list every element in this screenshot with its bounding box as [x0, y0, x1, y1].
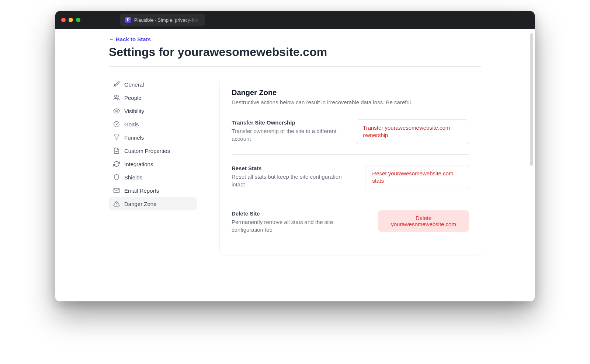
delete-site-row: Delete Site Permanently remove all stats…	[232, 200, 469, 244]
browser-tab[interactable]: P Plausible · Simple, privacy-frien	[120, 14, 205, 26]
sidebar-item-visibility[interactable]: Visibility	[109, 104, 197, 118]
sidebar-item-label: Danger Zone	[124, 201, 157, 207]
delete-site-button[interactable]: Delete yourawesomewebsite.com	[378, 210, 469, 232]
shield-icon	[113, 174, 120, 181]
sidebar-item-label: Visibility	[124, 108, 144, 114]
section-description: Permanently remove all stats and the sit…	[232, 218, 363, 234]
sidebar-item-label: Email Reports	[124, 188, 159, 194]
panel-heading: Danger Zone	[232, 88, 469, 97]
arrow-left-icon: ←	[109, 36, 114, 42]
plausible-favicon: P	[125, 17, 131, 23]
section-description: Reset all stats but keep the site config…	[232, 173, 350, 188]
danger-zone-panel: Danger Zone Destructive actions below ca…	[219, 78, 481, 255]
section-title: Delete Site	[232, 210, 363, 217]
sidebar-item-label: Integrations	[124, 161, 153, 167]
window-controls	[61, 18, 80, 22]
sidebar-item-label: Shields	[124, 174, 142, 181]
sidebar-item-goals[interactable]: Goals	[109, 118, 197, 131]
back-to-stats-link[interactable]: ← Back to Stats	[109, 36, 151, 42]
page-content: ← Back to Stats Settings for yourawesome…	[55, 29, 535, 301]
sidebar-item-label: General	[124, 81, 144, 88]
sidebar-item-label: Funnels	[124, 134, 144, 141]
settings-sidebar: General People Visibility	[109, 78, 197, 255]
check-circle-icon	[113, 121, 120, 127]
section-title: Reset Stats	[232, 165, 350, 171]
section-description: Transfer ownership of the site to a diff…	[232, 127, 341, 143]
sidebar-item-label: Goals	[124, 121, 139, 127]
header-divider	[109, 66, 481, 67]
sidebar-item-danger-zone[interactable]: Danger Zone	[109, 197, 197, 210]
page-title: Settings for yourawesomewebsite.com	[109, 45, 481, 59]
sidebar-item-people[interactable]: People	[109, 91, 197, 104]
sidebar-item-email-reports[interactable]: Email Reports	[109, 184, 197, 197]
document-icon	[113, 147, 120, 154]
reset-stats-row: Reset Stats Reset all stats but keep the…	[232, 154, 469, 200]
transfer-ownership-button[interactable]: Transfer yourawesomewebsite.com ownershi…	[356, 119, 469, 144]
sidebar-item-label: Custom Properties	[124, 148, 170, 154]
svg-point-1	[116, 110, 118, 112]
panel-subtitle: Destructive actions below can result in …	[232, 99, 469, 105]
app-window: P Plausible · Simple, privacy-frien ← Ba…	[55, 11, 535, 301]
svg-point-0	[115, 95, 117, 97]
warning-icon	[113, 200, 120, 207]
section-title: Transfer Site Ownership	[232, 119, 341, 126]
reset-stats-button[interactable]: Reset yourawesomewebsite.com stats	[365, 165, 469, 190]
rocket-icon	[113, 81, 120, 88]
maximize-window-button[interactable]	[76, 18, 80, 22]
sidebar-item-label: People	[124, 95, 142, 101]
titlebar: P Plausible · Simple, privacy-frien	[55, 11, 535, 29]
sidebar-item-general[interactable]: General	[109, 78, 197, 91]
scrollbar[interactable]	[530, 33, 533, 166]
funnel-icon	[113, 134, 120, 141]
mail-icon	[113, 187, 120, 194]
refresh-icon	[113, 161, 120, 167]
sidebar-item-integrations[interactable]: Integrations	[109, 157, 197, 171]
svg-marker-2	[114, 135, 119, 140]
minimize-window-button[interactable]	[69, 18, 73, 22]
sidebar-item-custom-properties[interactable]: Custom Properties	[109, 144, 197, 157]
users-icon	[113, 94, 120, 101]
eye-icon	[113, 108, 120, 114]
sidebar-item-funnels[interactable]: Funnels	[109, 131, 197, 144]
sidebar-item-shields[interactable]: Shields	[109, 171, 197, 184]
back-link-label: Back to Stats	[116, 36, 151, 42]
transfer-ownership-row: Transfer Site Ownership Transfer ownersh…	[232, 116, 469, 154]
close-window-button[interactable]	[61, 18, 66, 22]
browser-tab-title: Plausible · Simple, privacy-frien	[134, 17, 200, 23]
